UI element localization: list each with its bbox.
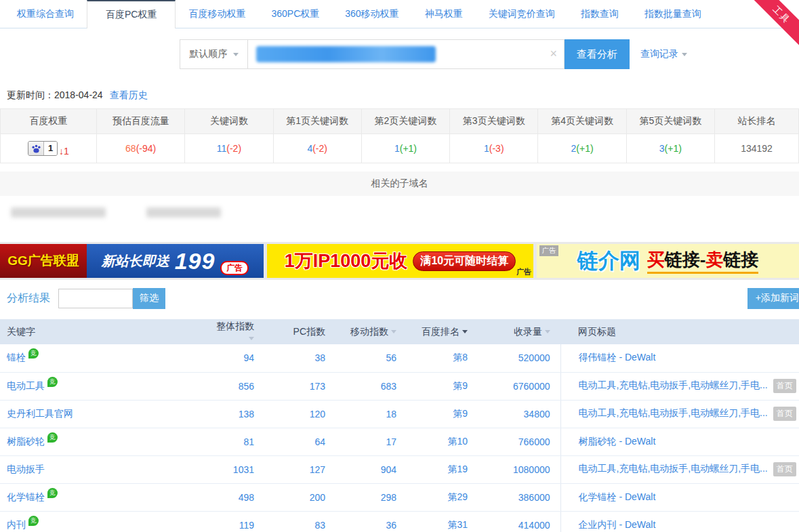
- baidu-rank-value[interactable]: 第19: [407, 455, 478, 483]
- baidu-paw-icon: [28, 141, 44, 156]
- pc-index-value[interactable]: 38: [264, 344, 335, 372]
- filter-keyword-input[interactable]: [58, 289, 133, 308]
- overall-index-value[interactable]: 119: [210, 511, 264, 532]
- stats-header-page4: 第4页关键词数: [538, 109, 626, 134]
- keyword-link[interactable]: 锚栓: [7, 352, 26, 363]
- indexed-count-value[interactable]: 34800: [478, 400, 560, 428]
- est-traffic-value[interactable]: 68(-94): [97, 134, 185, 163]
- ad-banner-link-market[interactable]: 广告 链介网 买链接-卖链接: [537, 244, 799, 278]
- bid-badge-icon: 竞: [47, 488, 58, 498]
- tab-index-query[interactable]: 指数查询: [568, 0, 632, 28]
- page-title-link[interactable]: 得伟锚栓 - DeWalt: [579, 352, 656, 363]
- overall-index-value[interactable]: 138: [210, 400, 264, 428]
- indexed-count-value[interactable]: 766000: [478, 428, 560, 455]
- sort-order-select[interactable]: 默认顺序: [180, 39, 248, 69]
- keyword-link[interactable]: 电动工具: [7, 380, 45, 391]
- header-mobile-index[interactable]: 移动指数: [335, 319, 407, 344]
- page-title-link[interactable]: 电动工具,充电钻,电动扳手,电动螺丝刀,手电...: [579, 380, 768, 390]
- ad-banner-ip-buy[interactable]: 1万IP1000元收 满10元可随时结算 广告: [267, 244, 533, 278]
- overall-index-value[interactable]: 856: [210, 372, 264, 400]
- page1-keywords-value[interactable]: 4(-2): [273, 134, 361, 163]
- indexed-count-value[interactable]: 6760000: [478, 372, 560, 400]
- pc-index-value[interactable]: 200: [264, 483, 335, 511]
- overall-index-value[interactable]: 1031: [210, 455, 264, 483]
- page-title-link[interactable]: 化学锚栓 - DeWalt: [579, 491, 656, 502]
- page3-keywords-value[interactable]: 1(-3): [450, 134, 538, 163]
- baidu-rank-value[interactable]: 第9: [407, 372, 478, 400]
- tab-baidu-mobile-weight[interactable]: 百度移动权重: [176, 0, 258, 28]
- keyword-link[interactable]: 树脂砂轮: [7, 436, 45, 447]
- overall-index-value[interactable]: 94: [210, 344, 264, 372]
- pc-index-value[interactable]: 120: [264, 400, 335, 428]
- weight-value: 1: [44, 141, 57, 156]
- chevron-down-icon: [682, 53, 687, 59]
- ad1-amount: 199: [175, 248, 216, 274]
- stats-header-page3: 第3页关键词数: [450, 109, 538, 134]
- tab-weight-combined[interactable]: 权重综合查询: [4, 0, 87, 28]
- redacted-subdomain-link[interactable]: [11, 207, 106, 218]
- ad1-brand-text: GG广告联盟: [0, 244, 87, 278]
- pc-index-value[interactable]: 83: [264, 511, 335, 532]
- keyword-link[interactable]: 内刊: [7, 519, 26, 530]
- ad1-main-text: 新站长即送: [102, 252, 169, 270]
- page4-keywords-value[interactable]: 2(+1): [538, 134, 626, 163]
- mobile-index-value[interactable]: 683: [335, 372, 407, 400]
- baidu-rank-value[interactable]: 第10: [407, 428, 478, 455]
- tab-360-mobile-weight[interactable]: 360移动权重: [332, 0, 411, 28]
- keyword-link[interactable]: 电动扳手: [7, 464, 45, 474]
- analyze-button[interactable]: 查看分析: [565, 39, 630, 69]
- pc-index-value[interactable]: 173: [264, 372, 335, 400]
- overall-index-value[interactable]: 81: [210, 428, 264, 455]
- mobile-index-value[interactable]: 298: [335, 483, 407, 511]
- baidu-rank-value[interactable]: 第29: [407, 483, 478, 511]
- clear-input-icon[interactable]: ×: [550, 47, 557, 61]
- mobile-index-value[interactable]: 18: [335, 400, 407, 428]
- baidu-rank-value[interactable]: 第31: [407, 511, 478, 532]
- pc-index-value[interactable]: 64: [264, 428, 335, 455]
- tab-baidu-pc-weight[interactable]: 百度PC权重: [87, 0, 176, 28]
- tab-360-pc-weight[interactable]: 360PC权重: [258, 0, 332, 28]
- homepage-badge: 首页: [773, 407, 796, 421]
- view-history-link[interactable]: 查看历史: [110, 89, 148, 102]
- add-new-keyword-button[interactable]: +添加新词: [747, 288, 799, 309]
- pc-index-value[interactable]: 127: [264, 455, 335, 483]
- redacted-subdomain-link[interactable]: [146, 207, 221, 218]
- tab-index-batch-query[interactable]: 指数批量查询: [632, 0, 714, 28]
- keyword-row: 史丹利工具官网 138 120 18 第9 34800 电动工具,充电钻,电动扳…: [0, 400, 799, 428]
- indexed-count-value[interactable]: 520000: [478, 344, 560, 372]
- mobile-index-value[interactable]: 36: [335, 511, 407, 532]
- query-history-link[interactable]: 查询记录: [640, 48, 687, 60]
- overall-index-value[interactable]: 498: [210, 483, 264, 511]
- ad-banner-gg-alliance[interactable]: GG广告联盟 新站长即送 199 广告: [0, 244, 264, 278]
- header-overall-index[interactable]: 整体指数: [210, 319, 264, 344]
- indexed-count-value[interactable]: 386000: [478, 483, 560, 511]
- page-title-link[interactable]: 树脂砂轮 - DeWalt: [579, 436, 656, 447]
- indexed-count-value[interactable]: 1080000: [478, 455, 560, 483]
- chevron-down-icon: [233, 53, 239, 59]
- keyword-link[interactable]: 史丹利工具官网: [7, 408, 73, 419]
- ad3-brand-text: 链介网: [577, 247, 640, 275]
- filter-button[interactable]: 筛选: [133, 288, 165, 309]
- keyword-table-header: 关键字 整体指数 PC指数 移动指数 百度排名 收录量 网页标题: [0, 319, 799, 344]
- baidu-rank-value[interactable]: 第8: [407, 344, 478, 372]
- webmaster-rank-value: 134192: [715, 134, 799, 163]
- indexed-count-value[interactable]: 414000: [478, 511, 560, 532]
- header-baidu-rank[interactable]: 百度排名: [407, 319, 478, 344]
- ad2-ad-tag: 广告: [516, 267, 531, 277]
- baidu-rank-value[interactable]: 第9: [407, 400, 478, 428]
- header-indexed-count[interactable]: 收录量: [478, 319, 560, 344]
- mobile-index-value[interactable]: 904: [335, 455, 407, 483]
- tab-keyword-bid-query[interactable]: 关键词竞价查询: [476, 0, 568, 28]
- keyword-count-value[interactable]: 11(-2): [185, 134, 273, 163]
- tab-shenma-weight[interactable]: 神马权重: [412, 0, 476, 28]
- page-title-link[interactable]: 电动工具,充电钻,电动扳手,电动螺丝刀,手电...: [579, 407, 768, 418]
- sort-caret-icon: [462, 330, 468, 336]
- page-title-link[interactable]: 电动工具,充电钻,电动扳手,电动螺丝刀,手电...: [579, 463, 768, 474]
- mobile-index-value[interactable]: 56: [335, 344, 407, 372]
- domain-input[interactable]: ×: [248, 39, 565, 69]
- mobile-index-value[interactable]: 17: [335, 428, 407, 455]
- page2-keywords-value[interactable]: 1(+1): [361, 134, 449, 163]
- page5-keywords-value[interactable]: 3(+1): [626, 134, 714, 163]
- keyword-link[interactable]: 化学锚栓: [7, 491, 45, 502]
- page-title-link[interactable]: 企业内刊 - DeWalt: [579, 519, 656, 530]
